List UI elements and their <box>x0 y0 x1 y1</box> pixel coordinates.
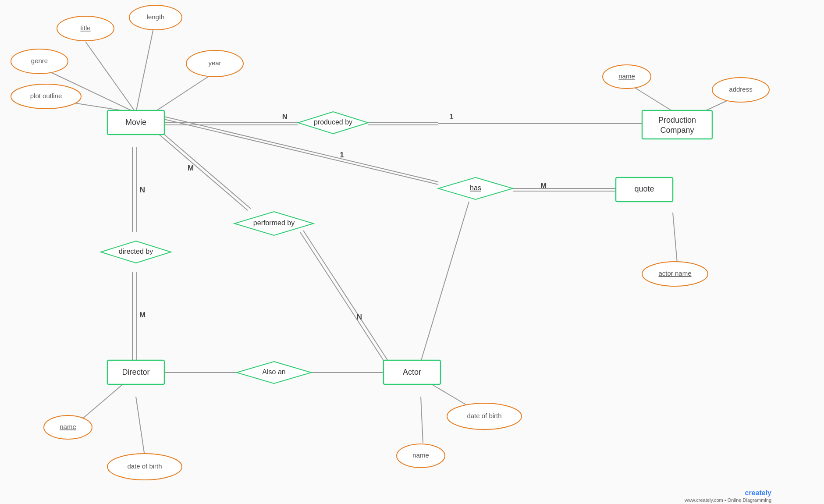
line-quote-actorname <box>673 213 677 263</box>
attr-actor-name-label: name <box>412 451 429 459</box>
line-performed-actor2 <box>303 231 389 362</box>
line-performed-actor1 <box>300 232 386 364</box>
attr-pc-name-label: name <box>618 72 635 80</box>
line-movie-length <box>136 28 153 113</box>
attr-actor-dob-label: date of birth <box>467 412 501 419</box>
entity-actor-label: Actor <box>403 368 421 376</box>
relation-directed-by-label: directed by <box>119 248 153 255</box>
relation-also-an-label: Also an <box>262 368 285 376</box>
card-movie-produced-n: N <box>282 113 288 121</box>
entity-pc-label1: Production <box>658 116 696 124</box>
line-movie-has1 <box>162 116 438 182</box>
entity-director-label: Director <box>122 368 149 376</box>
attr-movie-plot-label: plot outline <box>30 92 62 99</box>
entity-movie-label: Movie <box>125 118 146 127</box>
line-movie-title <box>85 42 136 113</box>
attr-movie-length-label: length <box>147 13 165 21</box>
attr-movie-year-label: year <box>208 59 221 67</box>
entity-quote-label: quote <box>634 185 654 193</box>
line-actor-has <box>421 202 469 362</box>
card-movie-directed-n: N <box>140 186 145 194</box>
line-actor-name <box>421 397 423 443</box>
line-movie-performed1 <box>156 131 248 210</box>
attr-movie-title-label: title <box>80 24 90 32</box>
relation-has-label: has <box>470 184 481 192</box>
entity-production-company <box>642 110 712 139</box>
attr-pc-address-label: address <box>729 85 752 93</box>
card-produced-pc-1: 1 <box>449 113 453 121</box>
attr-movie-genre-label: genre <box>31 57 48 64</box>
entity-pc-label2: Company <box>660 126 694 135</box>
attr-actor-name-quote-label: actor name <box>658 270 691 277</box>
card-movie-has-1: 1 <box>340 151 344 159</box>
card-has-quote-m: M <box>540 181 547 190</box>
line-movie-year <box>153 72 215 113</box>
card-movie-performed-m: M <box>188 164 194 172</box>
attr-director-dob-label: date of birth <box>127 462 162 470</box>
er-diagram: Movie Production Company Director Actor … <box>0 0 824 504</box>
line-movie-has2 <box>162 119 438 185</box>
attr-director-name-label: name <box>60 423 76 430</box>
watermark-creately: creately <box>745 489 772 497</box>
card-directed-director-m: M <box>139 311 146 319</box>
line-movie-performed2 <box>159 130 251 209</box>
line-pc-name <box>631 85 675 113</box>
relation-performed-by-label: performed by <box>253 219 295 227</box>
relation-produced-by-label: produced by <box>314 118 352 126</box>
watermark-url: www.creately.com • Online Diagramming <box>684 497 771 503</box>
line-director-dob <box>136 397 145 456</box>
card-performed-actor-n: N <box>357 313 362 321</box>
